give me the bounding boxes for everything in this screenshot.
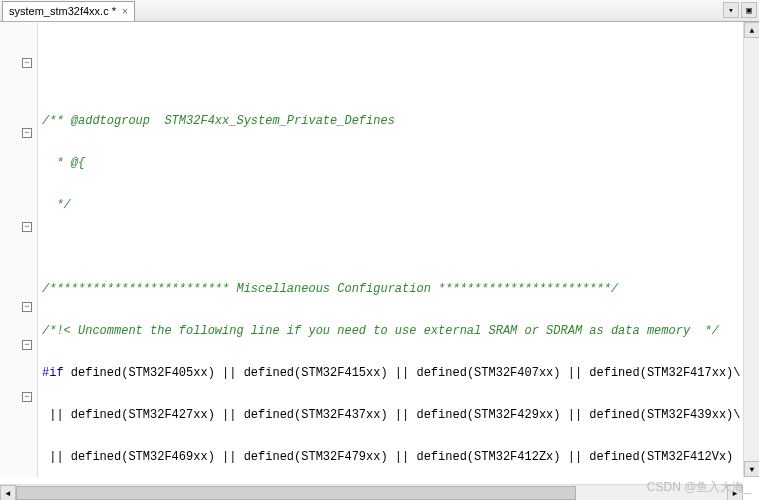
comment: * @{ bbox=[42, 156, 85, 170]
editor-area: − − − − − − /** @addtogroup STM32F4xx_Sy… bbox=[0, 22, 759, 477]
fold-gutter: − − − − − − bbox=[0, 22, 38, 477]
tab-bar: system_stm32f4xx.c * × bbox=[0, 0, 759, 22]
vertical-scrollbar[interactable]: ▲ ▼ bbox=[743, 22, 759, 477]
close-icon[interactable]: × bbox=[122, 6, 128, 17]
fold-toggle[interactable]: − bbox=[22, 302, 32, 312]
horizontal-scrollbar[interactable]: ◄ ► bbox=[0, 484, 743, 500]
scroll-down-icon[interactable]: ▼ bbox=[744, 461, 759, 477]
scroll-right-icon[interactable]: ► bbox=[727, 485, 743, 500]
fold-toggle[interactable]: − bbox=[22, 222, 32, 232]
properties-icon[interactable]: ▣ bbox=[741, 2, 757, 18]
toolbar-right: ▾ ▣ bbox=[723, 2, 757, 18]
comment: /*!< Uncomment the following line if you… bbox=[42, 324, 719, 338]
fold-toggle[interactable]: − bbox=[22, 128, 32, 138]
code-text: defined(STM32F405xx) || defined(STM32F41… bbox=[64, 366, 741, 380]
scroll-left-icon[interactable]: ◄ bbox=[0, 485, 16, 500]
code-content[interactable]: /** @addtogroup STM32F4xx_System_Private… bbox=[38, 22, 759, 477]
comment: /************************* Miscellaneous… bbox=[42, 282, 618, 296]
fold-toggle[interactable]: − bbox=[22, 58, 32, 68]
fold-toggle[interactable]: − bbox=[22, 340, 32, 350]
tab-title: system_stm32f4xx.c * bbox=[9, 5, 116, 17]
fold-toggle[interactable]: − bbox=[22, 392, 32, 402]
scroll-up-icon[interactable]: ▲ bbox=[744, 22, 759, 38]
blank-line bbox=[42, 240, 755, 254]
comment: */ bbox=[42, 198, 71, 212]
comment: /** @addtogroup STM32F4xx_System_Private… bbox=[42, 114, 395, 128]
preproc: #if bbox=[42, 366, 64, 380]
code-text: || defined(STM32F427xx) || defined(STM32… bbox=[42, 408, 741, 422]
scroll-thumb[interactable] bbox=[16, 486, 576, 500]
file-tab[interactable]: system_stm32f4xx.c * × bbox=[2, 1, 135, 21]
dropdown-icon[interactable]: ▾ bbox=[723, 2, 739, 18]
code-text: || defined(STM32F469xx) || defined(STM32… bbox=[42, 450, 733, 464]
